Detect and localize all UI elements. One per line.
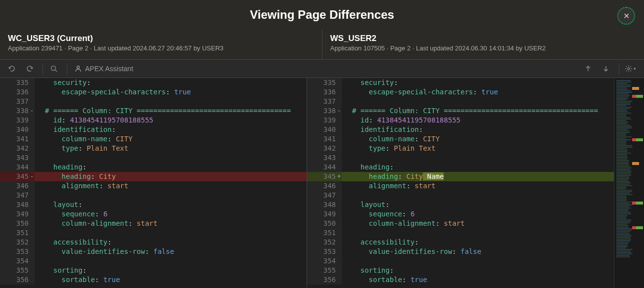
code-line: 349 sequence: 6 [0,209,307,219]
redo-button[interactable] [22,61,38,77]
code-content: type: Plain Text [35,144,307,153]
code-line: 352 accessibility: [307,238,614,247]
code-content: heading: [342,163,614,172]
code-content: column-alignment: start [35,219,307,228]
code-line: 355 sorting: [0,266,307,275]
code-line: 345- heading: City [0,172,307,181]
next-diff-button[interactable] [598,61,614,77]
line-number: 341 [307,134,342,144]
line-number: 340 [0,125,35,134]
line-number: 354 [0,256,35,266]
line-number: 348 [0,200,35,209]
code-line: 338- # ====== Column: CITY =============… [307,106,614,116]
apex-assistant-button[interactable]: APEX Assistant [70,65,137,73]
settings-button[interactable]: ▾ [622,61,638,77]
code-content: sequence: 6 [342,209,614,219]
code-line: 342 type: Plain Text [0,144,307,153]
search-button[interactable] [46,61,62,77]
line-number: 347 [0,191,35,200]
line-number: 347 [307,191,342,200]
right-pane[interactable]: 335 security:336 escape-special-characte… [307,78,614,288]
line-number: 346 [0,181,35,191]
line-number: 341 [0,134,35,144]
code-line: 335 security: [0,78,307,87]
left-title: WC_USER3 (Current) [8,34,314,43]
line-number: 342 [307,144,342,153]
prev-diff-button[interactable] [580,61,596,77]
toolbar: APEX Assistant ▾ [0,59,644,78]
line-number: 335 [0,78,35,87]
line-number: 338- [0,106,35,116]
code-line: 355 sorting: [307,266,614,275]
line-number: 355 [307,266,342,275]
separator [67,63,67,74]
redo-icon [26,65,34,73]
code-content: heading: [35,163,307,172]
line-number: 345- [0,172,35,181]
code-content: security: [35,78,307,87]
code-content: value-identifies-row: false [342,247,614,256]
minimap[interactable] [614,78,644,288]
code-content: layout: [342,200,614,209]
code-line: 343 [307,153,614,163]
line-number: 337 [0,97,35,106]
line-number: 337 [307,97,342,106]
code-content [342,191,614,200]
code-content: heading: City [35,172,307,181]
code-line: 341 column-name: CITY [0,134,307,144]
code-content: sequence: 6 [35,209,307,219]
code-line: 347 [0,191,307,200]
separator [43,63,43,74]
code-content [342,153,614,163]
code-content [35,97,307,106]
code-content [35,228,307,238]
code-line: 345+ heading: City Name [307,172,614,181]
minimap-markers [635,78,643,288]
svg-point-0 [51,66,56,71]
arrow-up-icon [585,65,592,72]
code-content: id: 41384541195708188555 [35,116,307,125]
code-content: layout: [35,200,307,209]
code-line: 335 security: [307,78,614,87]
undo-button[interactable] [4,61,20,77]
arrow-down-icon [602,65,609,72]
chevron-down-icon: ▾ [634,66,636,71]
separator [619,63,619,74]
code-line: 342 type: Plain Text [307,144,614,153]
line-number: 353 [307,247,342,256]
code-content: # ====== Column: CITY ==================… [35,106,307,116]
right-title: WS_USER2 [330,34,637,43]
line-number: 356 [307,275,342,285]
code-content [342,256,614,266]
close-button[interactable]: ✕ [617,7,635,25]
left-pane[interactable]: 335 security:336 escape-special-characte… [0,78,307,288]
code-content: sortable: true [342,275,614,285]
diff-area: 335 security:336 escape-special-characte… [0,78,644,288]
code-line: 353 value-identifies-row: false [0,247,307,256]
svg-point-2 [628,68,630,70]
line-number: 348 [307,200,342,209]
code-content: sortable: true [35,275,307,285]
code-content: alignment: start [35,181,307,191]
search-icon [50,65,58,73]
right-subtitle: Application 107505 · Page 2 · Last updat… [330,44,637,52]
line-number: 356 [0,275,35,285]
line-number: 350 [307,219,342,228]
line-number: 344 [0,163,35,172]
code-content: identification: [342,125,614,134]
code-line: 348 layout: [307,200,614,209]
code-content: alignment: start [342,181,614,191]
code-line: 350 column-alignment: start [0,219,307,228]
line-number: 343 [0,153,35,163]
line-number: 342 [0,144,35,153]
gear-icon [625,65,633,73]
code-content: accessibility: [35,238,307,247]
line-number: 355 [0,266,35,275]
code-line: 336 escape-special-characters: true [0,87,307,97]
minimap-lines [616,80,632,287]
line-number: 352 [307,238,342,247]
code-line: 350 column-alignment: start [307,219,614,228]
code-line: 354 [307,256,614,266]
code-content [35,153,307,163]
code-line: 341 column-name: CITY [307,134,614,144]
